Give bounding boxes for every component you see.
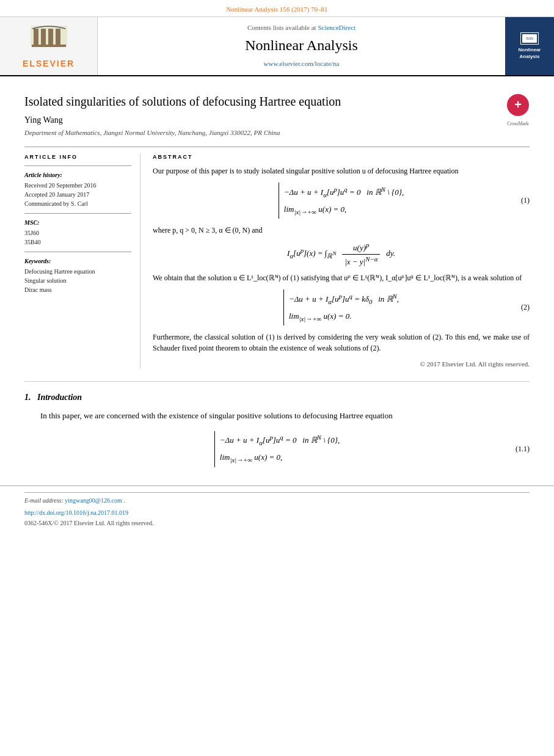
crossmark-icon: + xyxy=(506,93,530,117)
rights-text: 0362-546X/© 2017 Elsevier Ltd. All right… xyxy=(24,519,530,528)
svg-rect-4 xyxy=(56,29,60,46)
msc-divider xyxy=(24,213,131,214)
author-name: Ying Wang xyxy=(24,114,530,126)
copyright-text: © 2017 Elsevier Ltd. All rights reserved… xyxy=(153,360,530,369)
keyword-1: Defocusing Hartree equation xyxy=(24,268,95,275)
elsevier-tree-icon xyxy=(24,23,73,56)
introduction-text: In this paper, we are concerned with the… xyxy=(24,410,530,423)
equation-2-cases: −Δu + u + Iα[up]uq = kδ0 in ℝN, lim|x|→+… xyxy=(283,289,399,325)
section-heading: Introduction xyxy=(37,393,82,402)
journal-header: ELSEVIER Contents lists available at Sci… xyxy=(0,17,554,76)
article-info-heading: ARTICLE INFO xyxy=(24,153,131,161)
communicated-by: Communicated by S. Carl xyxy=(24,200,88,207)
svg-text:+: + xyxy=(514,98,522,111)
equation-1-content: −Δu + u + Iα[up]uq = 0 in ℝN \ {0}, lim|… xyxy=(279,183,404,219)
cover-flag-icon: ISSN xyxy=(520,32,539,45)
msc-label: MSC: xyxy=(24,219,131,227)
cover-journal-title: Nonlinear Analysis xyxy=(519,47,541,60)
equation-2-block: −Δu + u + Iα[up]uq = kδ0 in ℝN, lim|x|→+… xyxy=(153,289,530,325)
svg-rect-5 xyxy=(32,45,66,47)
contents-line: Contents lists available at ScienceDirec… xyxy=(247,23,355,32)
citation-text: Nonlinear Analysis 156 (2017) 70–81 xyxy=(226,5,327,13)
svg-rect-2 xyxy=(41,29,46,46)
sciencedirect-link[interactable]: ScienceDirect xyxy=(318,24,355,31)
article-info-column: ARTICLE INFO Article history: Received 2… xyxy=(24,153,140,369)
svg-text:ISSN: ISSN xyxy=(526,37,533,40)
journal-name: Nonlinear Analysis xyxy=(245,35,358,56)
crossmark-area: + CrossMark xyxy=(506,93,530,127)
keywords-divider xyxy=(24,252,131,252)
equation-2-number: (2) xyxy=(521,302,530,313)
svg-rect-3 xyxy=(48,29,53,46)
msc-codes: 35J60 35B40 xyxy=(24,228,131,247)
footer-divider xyxy=(24,492,530,493)
elsevier-logo-area: ELSEVIER xyxy=(0,17,98,75)
citation-bar: Nonlinear Analysis 156 (2017) 70–81 xyxy=(0,0,554,17)
integral-equation-block: Iα[up](x) = ∫ℝN u(y)p |x − y|N−α dy. xyxy=(153,241,530,267)
elsevier-wordmark: ELSEVIER xyxy=(23,58,75,70)
accepted-date: Accepted 20 January 2017 xyxy=(24,191,89,198)
article-title: Isolated singularities of solutions of d… xyxy=(24,93,530,109)
abstract-text-2: where p, q > 0, N ≥ 3, α ∈ (0, N) and xyxy=(153,225,530,236)
equation-11-number: (1.1) xyxy=(516,444,530,454)
history-label: Article history: xyxy=(24,171,131,180)
header-divider xyxy=(24,147,530,147)
section-number: 1. xyxy=(24,393,31,402)
footer: E-mail address: yingwang00@126.com . htt… xyxy=(0,485,554,532)
email-line: E-mail address: yingwang00@126.com . xyxy=(24,496,530,505)
keywords-text: Defocusing Hartree equation Singular sol… xyxy=(24,267,131,294)
info-divider xyxy=(24,165,131,166)
keyword-3: Dirac mass xyxy=(24,286,52,293)
crossmark-label: CrossMark xyxy=(506,120,530,127)
equation-11-cases: −Δu + u + Iα[up]uq = 0 in ℝN \ {0}, lim|… xyxy=(214,431,340,467)
keyword-2: Singular solution xyxy=(24,277,67,284)
abstract-text-1: Our purpose of this paper is to study is… xyxy=(153,165,530,176)
article-content: + CrossMark Isolated singularities of so… xyxy=(0,76,554,485)
journal-url[interactable]: www.elsevier.com/locate/na xyxy=(264,59,340,68)
abstract-column: ABSTRACT Our purpose of this paper is to… xyxy=(153,153,530,369)
equation-11-block: −Δu + u + Iα[up]uq = 0 in ℝN \ {0}, lim|… xyxy=(24,431,530,467)
abstract-heading: ABSTRACT xyxy=(153,153,530,161)
equation-1-block: −Δu + u + Iα[up]uq = 0 in ℝN \ {0}, lim|… xyxy=(153,183,530,219)
received-date: Received 20 September 2016 xyxy=(24,182,96,189)
abstract-text-4: Furthermore, the classical solution of (… xyxy=(153,332,530,354)
two-column-layout: ARTICLE INFO Article history: Received 2… xyxy=(24,153,530,369)
email-label: E-mail address: xyxy=(24,497,64,504)
equation-1-number: (1) xyxy=(521,195,530,206)
affiliation: Department of Mathematics, Jiangxi Norma… xyxy=(24,128,530,137)
equation-2-content: −Δu + u + Iα[up]uq = kδ0 in ℝN, lim|x|→+… xyxy=(283,289,399,325)
keywords-label: Keywords: xyxy=(24,257,131,266)
journal-title-area: Contents lists available at ScienceDirec… xyxy=(98,17,505,75)
section-title: 1. Introduction xyxy=(24,391,530,404)
equation-11-content: −Δu + u + Iα[up]uq = 0 in ℝN \ {0}, lim|… xyxy=(214,431,340,467)
history-text: Received 20 September 2016 Accepted 20 J… xyxy=(24,181,131,208)
equation-1-cases: −Δu + u + Iα[up]uq = 0 in ℝN \ {0}, lim|… xyxy=(279,183,404,219)
doi-link[interactable]: http://dx.doi.org/10.1016/j.na.2017.01.0… xyxy=(24,509,530,517)
svg-rect-1 xyxy=(34,29,38,46)
introduction-section: 1. Introduction In this paper, we are co… xyxy=(24,381,530,467)
journal-cover-image: ISSN Nonlinear Analysis xyxy=(505,17,554,75)
abstract-text-3: We obtain that the solution u ∈ L¹_loc(ℝ… xyxy=(153,272,530,283)
email-address[interactable]: yingwang00@126.com xyxy=(65,497,122,504)
